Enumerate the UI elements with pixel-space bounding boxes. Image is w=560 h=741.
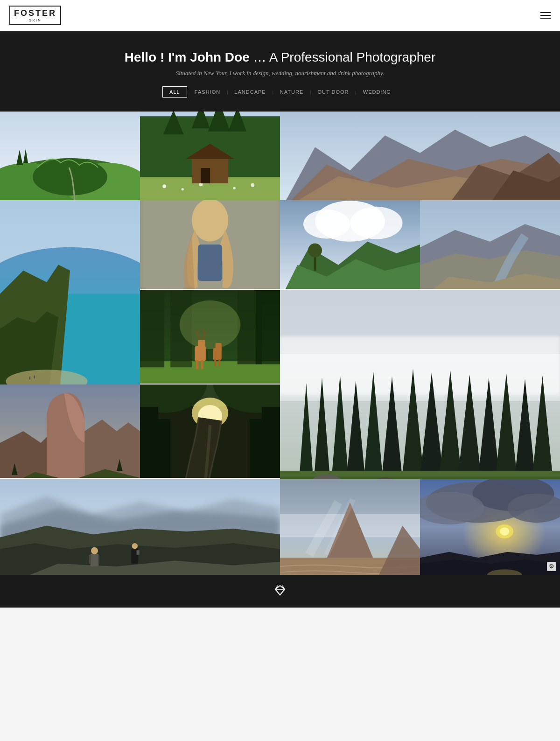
- svg-rect-62: [196, 360, 198, 369]
- photo-misty-forest: [280, 290, 560, 479]
- svg-rect-40: [198, 245, 222, 281]
- top-bar: FOSTER SKIN: [0, 0, 560, 31]
- hero-title-em: … A Professional Photographer: [253, 50, 436, 64]
- photo-cell[interactable]: [0, 479, 280, 575]
- hero-title: Hello ! I'm John Doe … A Professional Ph…: [9, 50, 551, 65]
- svg-rect-110: [250, 419, 265, 478]
- svg-point-48: [308, 244, 322, 258]
- photo-cabin: [140, 112, 280, 200]
- filter-fashion[interactable]: FASHION: [188, 87, 227, 97]
- photo-coastal: [0, 200, 140, 384]
- photo-cell[interactable]: [140, 384, 280, 479]
- photo-valley: [280, 200, 420, 289]
- photo-cell[interactable]: [280, 479, 420, 575]
- photo-forest-road: [140, 384, 280, 478]
- svg-rect-34: [29, 377, 31, 379]
- hamburger-line-3: [540, 18, 551, 19]
- svg-point-118: [91, 547, 98, 554]
- svg-rect-63: [201, 360, 203, 369]
- svg-rect-72: [214, 358, 216, 366]
- logo-main-text: FOSTER: [14, 8, 56, 18]
- photo-cell[interactable]: [140, 112, 280, 200]
- svg-point-15: [182, 188, 184, 190]
- photo-mountain-people: [0, 479, 280, 575]
- svg-point-17: [233, 187, 236, 189]
- photo-cell[interactable]: [420, 200, 560, 290]
- photo-cell[interactable]: [140, 200, 280, 290]
- filter-landscape[interactable]: LANDCAPE: [228, 87, 272, 97]
- hero-title-bold: Hello ! I'm John Doe: [125, 50, 253, 64]
- photo-cell[interactable]: [0, 384, 140, 479]
- svg-rect-122: [137, 550, 140, 554]
- photo-rocky-mountains: [280, 112, 560, 200]
- svg-rect-61: [198, 340, 205, 349]
- svg-rect-58: [256, 290, 280, 364]
- svg-rect-71: [216, 343, 222, 350]
- svg-point-135: [500, 527, 509, 536]
- hero-section: Hello ! I'm John Doe … A Professional Ph…: [0, 31, 560, 112]
- svg-point-4: [33, 158, 107, 196]
- hamburger-line-1: [540, 12, 551, 13]
- hamburger-menu[interactable]: [540, 12, 551, 19]
- photo-volcano: [280, 479, 420, 575]
- photo-cell[interactable]: [280, 112, 560, 200]
- photo-halfdome: [0, 384, 140, 478]
- filter-outdoor[interactable]: OUT DOOR: [311, 87, 355, 97]
- filter-all[interactable]: ALL: [162, 86, 187, 98]
- photo-deer: [140, 290, 280, 384]
- svg-rect-108: [155, 419, 171, 478]
- svg-rect-55: [140, 290, 164, 367]
- photo-gallery: ⚙: [0, 112, 560, 575]
- photo-cell[interactable]: ⚙: [420, 479, 560, 575]
- logo[interactable]: FOSTER SKIN: [9, 6, 61, 25]
- svg-point-43: [303, 210, 350, 239]
- svg-point-44: [350, 207, 403, 239]
- photo-cell[interactable]: [0, 200, 140, 384]
- svg-point-18: [251, 183, 254, 187]
- hamburger-line-2: [540, 15, 551, 16]
- footer: [0, 575, 560, 608]
- photo-woman: [140, 200, 280, 289]
- svg-rect-119: [89, 554, 91, 563]
- photo-hills: [0, 112, 140, 200]
- gear-icon[interactable]: ⚙: [547, 562, 556, 571]
- logo-sub-text: SKIN: [29, 18, 42, 22]
- photo-cell[interactable]: [0, 112, 140, 200]
- svg-rect-117: [91, 553, 99, 566]
- photo-cell[interactable]: [280, 290, 560, 479]
- svg-point-14: [162, 184, 166, 188]
- svg-point-59: [180, 300, 240, 349]
- filter-nav: ALL | FASHION | LANDCAPE | NATURE | OUT …: [9, 86, 551, 98]
- svg-rect-21: [201, 168, 210, 183]
- photo-river-valley: [420, 200, 560, 289]
- filter-nature[interactable]: NATURE: [273, 87, 310, 97]
- svg-rect-73: [218, 358, 220, 366]
- photo-sunset-clouds: [420, 479, 560, 575]
- svg-point-38: [192, 200, 228, 241]
- svg-marker-97: [84, 419, 140, 478]
- svg-rect-35: [34, 376, 35, 378]
- footer-diamond-icon: [273, 583, 287, 597]
- filter-wedding[interactable]: WEDDING: [357, 87, 398, 97]
- photo-cell[interactable]: [140, 290, 280, 385]
- photo-cell[interactable]: [280, 200, 420, 290]
- svg-point-121: [132, 543, 138, 549]
- hero-subtitle: Situated in New Your, I work in design, …: [9, 70, 551, 77]
- diamond-icon-svg: [273, 583, 287, 597]
